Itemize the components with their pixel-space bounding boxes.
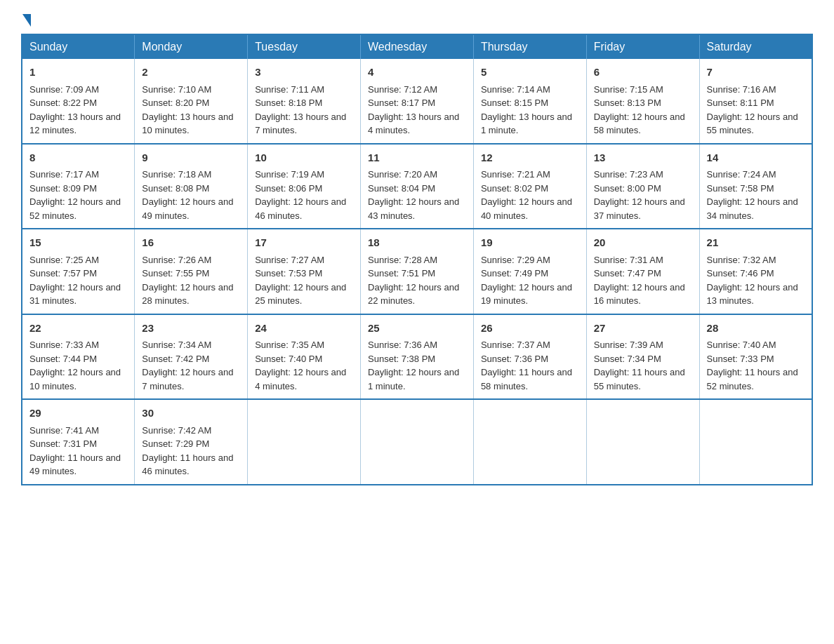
day-number: 6 [594,65,692,81]
calendar-cell: 16Sunrise: 7:26 AMSunset: 7:55 PMDayligh… [135,229,248,314]
calendar-cell: 27Sunrise: 7:39 AMSunset: 7:34 PMDayligh… [586,314,699,400]
calendar-cell: 3Sunrise: 7:11 AMSunset: 8:18 PMDaylight… [248,59,361,144]
day-number: 1 [29,65,127,81]
calendar-week-row: 29Sunrise: 7:41 AMSunset: 7:31 PMDayligh… [22,399,812,485]
calendar-header-row: SundayMondayTuesdayWednesdayThursdayFrid… [22,34,812,59]
calendar-week-row: 1Sunrise: 7:09 AMSunset: 8:22 PMDaylight… [22,59,812,144]
logo [21,14,32,27]
page-header [0,0,834,34]
calendar-cell: 4Sunrise: 7:12 AMSunset: 8:17 PMDaylight… [361,59,474,144]
logo-arrow-icon [22,14,31,27]
day-number: 22 [29,321,127,337]
calendar-week-row: 15Sunrise: 7:25 AMSunset: 7:57 PMDayligh… [22,229,812,314]
day-number: 9 [142,150,240,166]
calendar-cell: 29Sunrise: 7:41 AMSunset: 7:31 PMDayligh… [22,399,135,485]
day-number: 28 [707,321,805,337]
day-number: 4 [368,65,466,81]
calendar-week-row: 22Sunrise: 7:33 AMSunset: 7:44 PMDayligh… [22,314,812,400]
calendar-cell: 22Sunrise: 7:33 AMSunset: 7:44 PMDayligh… [22,314,135,400]
calendar-cell: 20Sunrise: 7:31 AMSunset: 7:47 PMDayligh… [586,229,699,314]
day-number: 21 [707,235,805,251]
calendar-cell: 10Sunrise: 7:19 AMSunset: 8:06 PMDayligh… [248,144,361,229]
calendar-cell [473,399,586,485]
calendar-cell: 24Sunrise: 7:35 AMSunset: 7:40 PMDayligh… [248,314,361,400]
day-number: 26 [481,321,579,337]
calendar-cell: 23Sunrise: 7:34 AMSunset: 7:42 PMDayligh… [135,314,248,400]
calendar-cell: 28Sunrise: 7:40 AMSunset: 7:33 PMDayligh… [699,314,812,400]
calendar-week-row: 8Sunrise: 7:17 AMSunset: 8:09 PMDaylight… [22,144,812,229]
calendar-cell [248,399,361,485]
calendar-cell: 21Sunrise: 7:32 AMSunset: 7:46 PMDayligh… [699,229,812,314]
calendar-cell: 15Sunrise: 7:25 AMSunset: 7:57 PMDayligh… [22,229,135,314]
day-header-thursday: Thursday [473,34,586,59]
day-header-friday: Friday [586,34,699,59]
day-number: 23 [142,321,240,337]
day-number: 7 [707,65,805,81]
day-number: 13 [594,150,692,166]
day-number: 12 [481,150,579,166]
calendar-cell: 19Sunrise: 7:29 AMSunset: 7:49 PMDayligh… [473,229,586,314]
calendar-cell [586,399,699,485]
calendar-cell: 13Sunrise: 7:23 AMSunset: 8:00 PMDayligh… [586,144,699,229]
calendar-cell: 26Sunrise: 7:37 AMSunset: 7:36 PMDayligh… [473,314,586,400]
day-number: 15 [29,235,127,251]
day-number: 25 [368,321,466,337]
calendar-cell: 11Sunrise: 7:20 AMSunset: 8:04 PMDayligh… [361,144,474,229]
day-number: 5 [481,65,579,81]
day-number: 18 [368,235,466,251]
day-number: 19 [481,235,579,251]
calendar-cell: 7Sunrise: 7:16 AMSunset: 8:11 PMDaylight… [699,59,812,144]
day-number: 8 [29,150,127,166]
day-header-wednesday: Wednesday [361,34,474,59]
day-header-monday: Monday [135,34,248,59]
calendar-cell: 8Sunrise: 7:17 AMSunset: 8:09 PMDaylight… [22,144,135,229]
day-number: 10 [255,150,353,166]
calendar-cell: 5Sunrise: 7:14 AMSunset: 8:15 PMDaylight… [473,59,586,144]
calendar-cell: 9Sunrise: 7:18 AMSunset: 8:08 PMDaylight… [135,144,248,229]
calendar-table: SundayMondayTuesdayWednesdayThursdayFrid… [21,34,813,485]
calendar-cell: 6Sunrise: 7:15 AMSunset: 8:13 PMDaylight… [586,59,699,144]
calendar-cell: 18Sunrise: 7:28 AMSunset: 7:51 PMDayligh… [361,229,474,314]
day-number: 3 [255,65,353,81]
day-number: 29 [29,405,127,422]
calendar-cell: 14Sunrise: 7:24 AMSunset: 7:58 PMDayligh… [699,144,812,229]
calendar-cell [361,399,474,485]
day-number: 16 [142,235,240,251]
calendar-cell: 2Sunrise: 7:10 AMSunset: 8:20 PMDaylight… [135,59,248,144]
day-number: 11 [368,150,466,166]
day-header-saturday: Saturday [699,34,812,59]
day-number: 20 [594,235,692,251]
calendar-cell: 30Sunrise: 7:42 AMSunset: 7:29 PMDayligh… [135,399,248,485]
day-number: 24 [255,321,353,337]
calendar-cell: 25Sunrise: 7:36 AMSunset: 7:38 PMDayligh… [361,314,474,400]
day-number: 17 [255,235,353,251]
day-number: 2 [142,65,240,81]
day-header-tuesday: Tuesday [248,34,361,59]
day-number: 27 [594,321,692,337]
day-number: 14 [707,150,805,166]
calendar-cell: 12Sunrise: 7:21 AMSunset: 8:02 PMDayligh… [473,144,586,229]
day-header-sunday: Sunday [22,34,135,59]
calendar-cell: 1Sunrise: 7:09 AMSunset: 8:22 PMDaylight… [22,59,135,144]
calendar-cell: 17Sunrise: 7:27 AMSunset: 7:53 PMDayligh… [248,229,361,314]
calendar-cell [699,399,812,485]
day-number: 30 [142,405,240,422]
